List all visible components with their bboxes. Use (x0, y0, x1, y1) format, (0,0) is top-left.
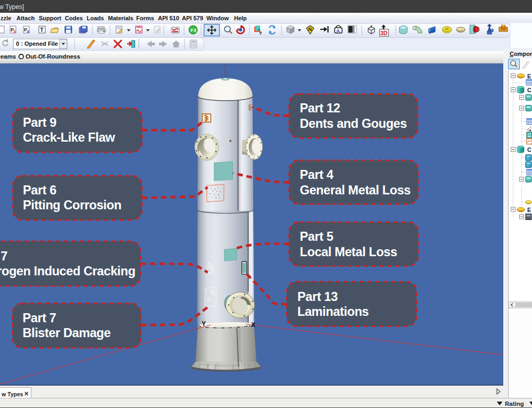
svg-text:T: T (40, 27, 44, 33)
svg-text:Local Metal Loss: Local Metal Loss (300, 245, 397, 259)
svg-text:Laminations: Laminations (297, 305, 369, 319)
svg-text:Part 5: Part 5 (300, 230, 334, 243)
svg-text:Blister Damage: Blister Damage (23, 326, 111, 340)
svg-text:C: C (527, 87, 531, 93)
svg-text:4: 4 (27, 30, 29, 34)
svg-text:E: E (527, 207, 531, 213)
svg-text:Compone: Compone (510, 51, 532, 57)
svg-text:Part 4: Part 4 (300, 168, 334, 182)
svg-text:3: 3 (14, 30, 16, 34)
svg-text:0 : Opened File: 0 : Opened File (16, 40, 58, 47)
svg-text:Part 6: Part 6 (23, 183, 56, 197)
svg-text:3D: 3D (380, 30, 388, 36)
svg-text:X: X (251, 321, 255, 329)
svg-text:Part 7: Part 7 (0, 249, 7, 263)
svg-text:Part 7: Part 7 (23, 311, 56, 325)
svg-text:Y: Y (202, 320, 206, 328)
svg-text:Dents and Gouges: Dents and Gouges (300, 117, 408, 130)
svg-text:E: E (527, 73, 531, 79)
svg-text:N: N (309, 27, 312, 32)
svg-text:F3: F3 (190, 27, 196, 33)
svg-text:Pitting Corrosion: Pitting Corrosion (23, 198, 121, 212)
svg-text:Hydrogen Induced Cracking: Hydrogen Induced Cracking (0, 264, 135, 278)
svg-text:Part 9: Part 9 (23, 116, 56, 129)
svg-text:General Metal Loss: General Metal Loss (300, 183, 411, 197)
svg-text:Crack-Like Flaw: Crack-Like Flaw (23, 130, 115, 144)
svg-text:Part 13: Part 13 (297, 290, 338, 304)
svg-text:Part 12: Part 12 (300, 101, 340, 115)
svg-text:A: A (336, 28, 340, 34)
svg-text:C: C (527, 146, 531, 153)
